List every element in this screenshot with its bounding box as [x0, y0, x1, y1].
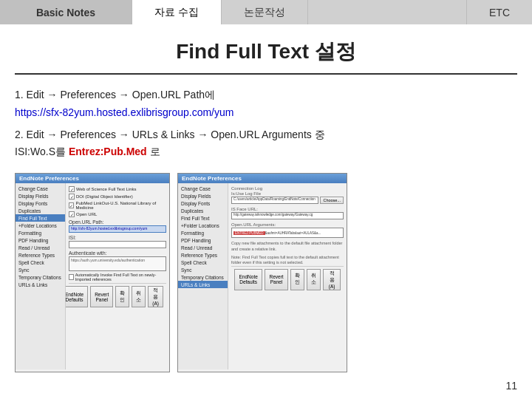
d2-read-unread[interactable]: Read / Unread	[178, 244, 228, 251]
dialog2-footer: EndNote Defaults Revert Panel 확인 취소 적용(A…	[231, 266, 344, 293]
endnote-defaults-btn[interactable]: EndNote Defaults	[66, 286, 88, 307]
d2-display-fields[interactable]: Display Fields	[178, 192, 228, 200]
nav-item-etc[interactable]: ETC	[466, 0, 532, 24]
is-face-label: IS Face URL:	[231, 207, 344, 211]
d2-formatting[interactable]: Formatting	[178, 229, 228, 236]
revert-panel-btn[interactable]: Revert Panel	[90, 286, 113, 307]
apply-btn[interactable]: 적용(A)	[148, 286, 163, 307]
isi-row	[69, 241, 166, 248]
page-number: 11	[505, 380, 517, 392]
sidebar-display-fonts[interactable]: Display Fonts	[16, 200, 65, 207]
nav-label-paper-write: 논문작성	[244, 6, 285, 19]
dialog2-sidebar: Change Case Display Fields Display Fonts…	[178, 183, 228, 369]
openurl-args-block: Open.URL Arguments: ENTREZ:PUBMED &aufmt…	[231, 222, 344, 238]
sidebar-reference-types[interactable]: Reference Types	[16, 251, 65, 259]
connection-log-label: Connection Log	[231, 186, 344, 191]
dialog1-footer: EndNote Defaults Revert Panel 확인 취소 적용(A…	[69, 283, 166, 310]
d2-duplicates[interactable]: Duplicates	[178, 207, 228, 214]
checkbox-openurl-icon[interactable]	[69, 211, 75, 217]
openurl-path-input[interactable]: http://sfx-82yum.hosted.exlibrisgroup.co…	[69, 225, 166, 233]
sidebar-change-case[interactable]: Change Case	[16, 185, 65, 192]
is-face-input-row: http://gateway.isiknowledge.com/gateway/…	[231, 212, 344, 219]
openurl-args-label: Open.URL Arguments:	[231, 222, 344, 227]
authenticate-input[interactable]: https://auth.yum.university.edu/authenti…	[69, 256, 166, 271]
note2-text: Note: Find Full Text copies full text to…	[231, 255, 344, 266]
ok-btn[interactable]: 확인	[115, 286, 129, 307]
instructions: 1. Edit → Preferences → Open.URL Path에 h…	[15, 86, 517, 166]
dialog2-titlebar: EndNote Preferences	[178, 174, 347, 183]
is-face-block: IS Face URL: http://gateway.isiknowledge…	[231, 207, 344, 219]
d2-sync[interactable]: Sync	[178, 266, 228, 273]
checkbox-openurl: Open URL	[69, 211, 166, 217]
dialog1-titlebar: EndNote Preferences	[16, 174, 169, 183]
sidebar-sync[interactable]: Sync	[16, 266, 65, 273]
dialog1-body: Change Case Display Fields Display Fonts…	[16, 183, 169, 369]
d2-ok-btn[interactable]: 확인	[290, 269, 304, 290]
checkbox-web-icon[interactable]	[69, 186, 75, 192]
sidebar-display-fields[interactable]: Display Fields	[16, 192, 65, 200]
sidebar-urls-links[interactable]: URLs & Links	[16, 281, 65, 288]
openurl-path-row: http://sfx-82yum.hosted.exlibrisgroup.co…	[69, 225, 166, 233]
nav-label-etc: ETC	[489, 7, 510, 18]
choose-btn[interactable]: Choose...	[320, 197, 344, 204]
log-input-row: C:/users/article/AppData/Roaming/EndNote…	[231, 197, 344, 204]
d2-apply-btn[interactable]: 적용(A)	[323, 269, 341, 290]
note1-text: Copy new file attachments to the default…	[231, 241, 344, 252]
d2-cancel-btn[interactable]: 취소	[307, 269, 321, 290]
cancel-btn[interactable]: 취소	[132, 286, 146, 307]
sidebar-find-full-text[interactable]: Find Full Text	[16, 214, 65, 222]
dialog2-main: Connection Log Is:Use Log File C:/users/…	[228, 183, 347, 369]
is-face-input[interactable]: http://gateway.isiknowledge.com/gateway/…	[231, 212, 344, 219]
auto-invoke-row: Automatically Invoke Find Full Text on n…	[69, 273, 166, 282]
d2-folder-locations[interactable]: +Folder Locations	[178, 222, 228, 229]
sidebar-folder-locations[interactable]: +Folder Locations	[16, 222, 65, 229]
d2-spell-check[interactable]: Spell Check	[178, 259, 228, 266]
log-path-input[interactable]: C:/users/article/AppData/Roaming/EndNote…	[231, 197, 318, 204]
d2-change-case[interactable]: Change Case	[178, 185, 228, 192]
main-content: 1. Edit → Preferences → Open.URL Path에 h…	[0, 75, 532, 173]
d2-endnote-defaults-btn[interactable]: EndNote Defaults	[234, 269, 262, 290]
screenshots-area: EndNote Preferences Change Case Display …	[15, 173, 517, 372]
d2-urls-links[interactable]: URLs & Links	[178, 281, 228, 288]
nav-label-data-collect: 자료 수집	[154, 6, 199, 19]
checkbox-web-of-science: Web of Science Full Text Links	[69, 186, 166, 192]
dialog1-main: Web of Science Full Text Links DOI (Digi…	[66, 183, 169, 369]
checkbox-doi-icon[interactable]	[69, 194, 75, 200]
openurl-path-label: Open.URL Path:	[69, 219, 166, 225]
d2-display-fonts[interactable]: Display Fonts	[178, 200, 228, 207]
dialog1: EndNote Preferences Change Case Display …	[15, 173, 170, 372]
dialog2: EndNote Preferences Change Case Display …	[177, 173, 347, 372]
sidebar-read-unread[interactable]: Read / Unread	[16, 244, 65, 251]
sidebar-spell-check[interactable]: Spell Check	[16, 259, 65, 266]
nav-bar: Basic Notes 자료 수집 논문작성 ETC	[0, 0, 532, 24]
d2-pdf-handling[interactable]: PDF Handling	[178, 236, 228, 244]
entrez-highlight: ENTREZ:PUBMED	[233, 231, 265, 235]
sidebar-duplicates[interactable]: Duplicates	[16, 207, 65, 214]
auto-invoke-checkbox[interactable]	[69, 274, 74, 280]
checkbox-pubmed: PubMed LinkOut-U.S. National Library of …	[69, 201, 166, 210]
connection-log-block: Connection Log Is:Use Log File C:/users/…	[231, 186, 344, 204]
openurl-args-input[interactable]: ENTREZ:PUBMED &aufmt=AUHRATabslaut=AULAS…	[231, 228, 344, 238]
sidebar-formatting[interactable]: Formatting	[16, 229, 65, 236]
nav-item-basic-notes[interactable]: Basic Notes	[0, 0, 132, 24]
page-title: Find Full Text 설정	[15, 24, 517, 75]
isi-input[interactable]	[69, 241, 166, 248]
checkbox-pubmed-icon[interactable]	[69, 202, 74, 208]
d2-reference-types[interactable]: Reference Types	[178, 251, 228, 259]
checkbox-doi: DOI (Digital Object Identifier)	[69, 194, 166, 200]
nav-item-paper-write[interactable]: 논문작성	[222, 0, 308, 24]
dialog1-sidebar: Change Case Display Fields Display Fonts…	[16, 183, 66, 369]
sidebar-temp-citations[interactable]: Temporary Citations	[16, 273, 65, 281]
authenticate-label: Authenticate with:	[69, 250, 166, 256]
d2-find-full-text[interactable]: Find Full Text	[178, 214, 228, 222]
d2-temp-citations[interactable]: Temporary Citations	[178, 273, 228, 281]
sidebar-pdf-handling[interactable]: PDF Handling	[16, 236, 65, 244]
dialog2-body: Change Case Display Fields Display Fonts…	[178, 183, 347, 369]
d2-revert-panel-btn[interactable]: Revert Panel	[265, 269, 287, 290]
use-log-label: Is:Use Log File	[231, 191, 344, 196]
isi-label: ISI:	[69, 235, 166, 240]
nav-item-data-collect[interactable]: 자료 수집	[132, 0, 222, 24]
nav-label-basic-notes: Basic Notes	[36, 7, 95, 18]
